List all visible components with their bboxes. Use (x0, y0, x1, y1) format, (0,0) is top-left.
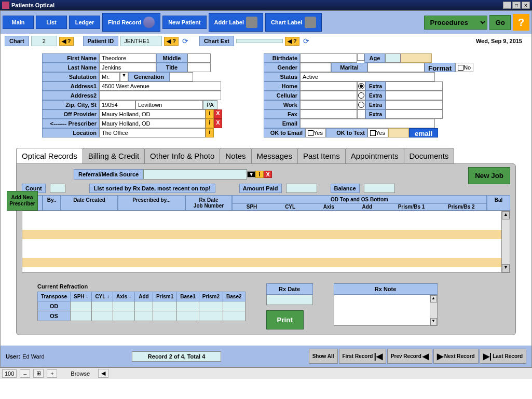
email-field[interactable] (300, 119, 435, 128)
prescriber-field[interactable]: Maury Holland, OD (99, 119, 206, 128)
maximize-button[interactable]: □ (512, 2, 521, 9)
last-name-field[interactable]: Jenkins (99, 63, 156, 72)
email-button[interactable]: email (409, 128, 438, 137)
chart-nav[interactable]: ◀ ? (59, 37, 74, 46)
close-button[interactable]: × (522, 2, 530, 9)
format-button[interactable]: Format (425, 63, 455, 72)
chart-label-button[interactable]: Chart Label (265, 13, 322, 32)
info-button[interactable]: i (206, 128, 214, 137)
main-button[interactable]: Main (3, 16, 34, 29)
status-field[interactable]: Active (300, 72, 435, 81)
table-row[interactable] (22, 211, 501, 221)
find-record-button[interactable]: Find Record (102, 13, 160, 32)
rx-note-field[interactable]: ▲ ▼ (334, 295, 438, 326)
patient-id-nav[interactable]: ◀ ? (164, 37, 179, 46)
info-button[interactable]: i (206, 109, 214, 119)
work-field[interactable] (300, 100, 357, 109)
show-all-button[interactable]: Show All (309, 349, 338, 364)
tab-billing[interactable]: Billing & Credit (83, 148, 145, 163)
extra-button[interactable]: Extra (365, 100, 386, 109)
new-job-button[interactable]: New Job (468, 167, 510, 184)
col-by[interactable]: By.. (43, 195, 61, 211)
tab-appointments[interactable]: Appointments (345, 148, 404, 163)
fax-field[interactable] (300, 109, 357, 119)
rx-list[interactable]: ▲ ▼ (22, 211, 510, 273)
state-field[interactable]: PA (203, 100, 217, 109)
chart-ext-value[interactable] (236, 39, 283, 43)
table-row[interactable] (22, 249, 501, 258)
col-prescribed-by[interactable]: Prescribed by... (118, 195, 185, 211)
ok-text-checkbox[interactable] (370, 130, 376, 136)
format-checkbox[interactable] (458, 65, 463, 71)
cellular-radio[interactable] (358, 92, 364, 99)
list-button[interactable]: List (36, 16, 67, 29)
zoom-value[interactable]: 100 (2, 369, 17, 378)
refresh-icon[interactable]: ⟳ (181, 36, 190, 46)
tab-messages[interactable]: Messages (251, 148, 298, 163)
col-bal[interactable]: Bal (487, 195, 510, 211)
chart-value[interactable]: 2 (31, 36, 57, 46)
info-button[interactable]: i (206, 119, 214, 128)
scroll-left[interactable]: ◀ (98, 369, 108, 378)
extra-button[interactable]: Extra (365, 91, 386, 100)
col-date-created[interactable]: Date Created (61, 195, 118, 211)
table-row[interactable] (22, 230, 501, 239)
go-button[interactable]: Go (489, 15, 511, 30)
delete-button[interactable]: X (214, 119, 222, 128)
tab-past[interactable]: Past Items (297, 148, 346, 163)
col-rx-date[interactable]: Rx Date Job Number (185, 195, 232, 211)
refresh-icon-2[interactable]: ⟳ (302, 36, 311, 46)
scroll-down[interactable]: ▼ (430, 318, 437, 325)
location-field[interactable]: The Office (99, 128, 206, 137)
city-field[interactable]: Levittown (135, 100, 203, 109)
zoom-fit[interactable]: ⊞ (33, 369, 44, 378)
tab-notes[interactable]: Notes (220, 148, 251, 163)
patient-id-value[interactable]: JENTHE1 (120, 36, 162, 46)
rx-date-field[interactable] (266, 295, 313, 305)
tab-optical[interactable]: Optical Records (16, 148, 83, 163)
generation-field[interactable] (170, 72, 193, 81)
table-row[interactable] (22, 221, 501, 230)
referral-dropdown[interactable]: ▼ (247, 171, 255, 177)
birthdate-field[interactable] (300, 53, 357, 63)
tab-documents[interactable]: Documents (404, 148, 455, 163)
addr-label-button[interactable]: Addr Label (209, 13, 263, 32)
prev-record-button[interactable]: Prev Record◀ (387, 349, 432, 364)
cellular-field[interactable] (300, 91, 357, 100)
last-record-button[interactable]: ▶|Last Record (480, 349, 526, 364)
marital-field[interactable] (367, 63, 425, 72)
new-patient-button[interactable]: New Patient (162, 16, 206, 29)
minimize-button[interactable]: _ (503, 2, 511, 9)
scroll-down[interactable]: ▼ (502, 264, 510, 272)
procedures-select[interactable]: Procedures (424, 16, 487, 30)
first-record-button[interactable]: First Record|◀ (339, 349, 386, 364)
salutation-field[interactable]: Mr. (99, 72, 120, 81)
address1-field[interactable]: 4500 West Avenue (99, 81, 221, 91)
home-field[interactable] (300, 81, 357, 91)
zip-field[interactable]: 19054 (99, 100, 135, 109)
extra-button[interactable]: Extra (365, 109, 386, 119)
zoom-in[interactable]: + (47, 369, 57, 378)
referral-select[interactable] (143, 169, 247, 180)
scrollbar[interactable]: ▲ ▼ (501, 211, 510, 272)
gender-field[interactable] (300, 63, 331, 72)
delete-button[interactable]: X (214, 109, 222, 119)
title-field[interactable] (187, 63, 211, 72)
salutation-dropdown[interactable]: ▼ (120, 72, 128, 81)
scroll-up[interactable]: ▲ (430, 295, 437, 302)
first-name-field[interactable]: Theodore (99, 53, 156, 63)
home-radio[interactable] (358, 83, 364, 89)
calendar-icon[interactable] (357, 53, 364, 61)
ok-email-checkbox[interactable] (308, 130, 313, 136)
print-button[interactable]: Print (266, 310, 304, 329)
add-prescriber-button[interactable]: Add New Prescriber (7, 191, 38, 211)
scroll-up[interactable]: ▲ (502, 211, 510, 219)
address2-field[interactable] (99, 91, 221, 100)
delete-button[interactable]: X (264, 171, 272, 178)
help-button[interactable]: ? (513, 14, 529, 31)
work-radio[interactable] (358, 102, 364, 108)
next-record-button[interactable]: ▶Next Record (433, 349, 479, 364)
zoom-out[interactable]: – (20, 369, 30, 378)
tab-other[interactable]: Other Info & Photo (144, 148, 220, 163)
extra-button[interactable]: Extra (365, 81, 386, 91)
